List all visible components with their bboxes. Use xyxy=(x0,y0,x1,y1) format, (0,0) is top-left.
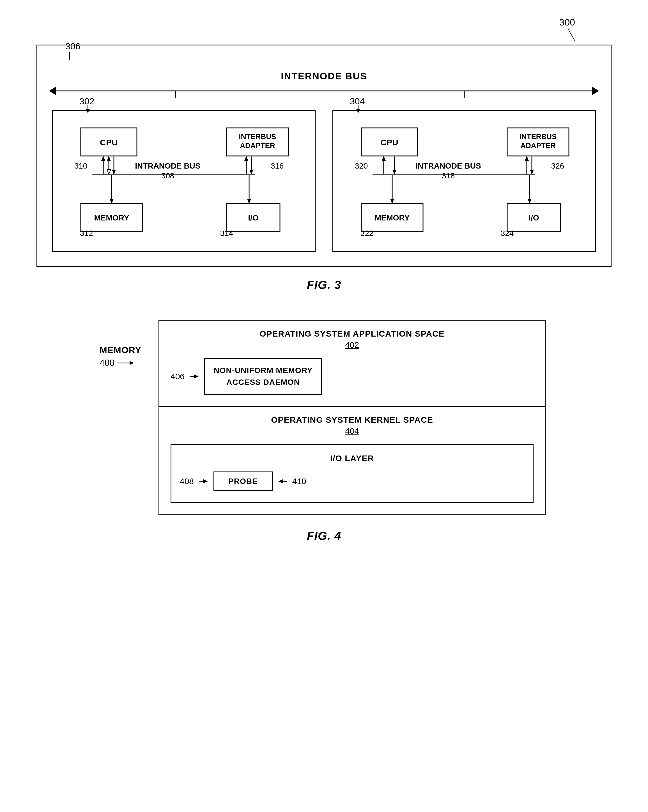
probe-ref-arrow xyxy=(278,477,287,485)
fig4-caption: FIG. 4 xyxy=(307,529,341,543)
svg-marker-72 xyxy=(194,374,199,379)
svg-text:MEMORY: MEMORY xyxy=(375,214,410,222)
svg-marker-1 xyxy=(49,87,56,95)
fig4-kernel-space: OPERATING SYSTEM KERNEL SPACE 404 I/O LA… xyxy=(159,407,545,514)
svg-text:324: 324 xyxy=(501,229,514,237)
fig3-section: 300 306 INTERNODE BUS xyxy=(23,17,625,292)
svg-text:320: 320 xyxy=(355,162,368,170)
fig4-io-layer-box: I/O LAYER 408 PROBE xyxy=(171,444,533,503)
fig3-figure-num: 300 xyxy=(559,17,575,42)
fig3-outer-box: 306 INTERNODE BUS xyxy=(37,44,611,267)
svg-marker-27 xyxy=(245,156,248,161)
probe-arrow xyxy=(199,477,208,485)
svg-marker-38 xyxy=(247,199,251,204)
svg-text:308: 308 xyxy=(161,171,174,180)
svg-marker-36 xyxy=(110,199,114,204)
fig4-top-title: OPERATING SYSTEM APPLICATION SPACE xyxy=(171,329,533,339)
svg-text:CPU: CPU xyxy=(100,138,118,147)
memory-arrow xyxy=(117,359,134,367)
svg-marker-76 xyxy=(278,479,283,483)
svg-marker-19 xyxy=(107,156,111,161)
fig4-memory-ref: 400 xyxy=(99,358,115,368)
svg-text:CPU: CPU xyxy=(381,138,398,147)
svg-marker-3 xyxy=(592,87,599,95)
svg-text:INTRANODE BUS: INTRANODE BUS xyxy=(135,162,200,170)
svg-text:I/O: I/O xyxy=(248,214,258,222)
svg-marker-52 xyxy=(393,170,396,174)
svg-text:INTERBUS: INTERBUS xyxy=(520,133,557,141)
fig4-outer-box: OPERATING SYSTEM APPLICATION SPACE 402 4… xyxy=(159,320,546,515)
fig4-bottom-title: OPERATING SYSTEM KERNEL SPACE xyxy=(171,415,533,425)
page-container: 300 306 INTERNODE BUS xyxy=(23,17,625,543)
fig4-daemon-box: NON-UNIFORM MEMORY ACCESS DAEMON xyxy=(204,358,322,395)
svg-marker-70 xyxy=(130,361,134,365)
svg-marker-74 xyxy=(203,479,208,483)
svg-text:INTRANODE BUS: INTRANODE BUS xyxy=(416,162,481,170)
svg-marker-55 xyxy=(525,156,529,161)
svg-text:314: 314 xyxy=(220,229,233,237)
svg-text:ADAPTER: ADAPTER xyxy=(520,141,556,150)
svg-marker-29 xyxy=(249,170,253,174)
svg-text:ADAPTER: ADAPTER xyxy=(240,141,275,150)
internode-bus-label: INTERNODE BUS xyxy=(49,71,599,82)
daemon-arrow xyxy=(190,372,199,381)
svg-text:I/O: I/O xyxy=(529,214,539,222)
fig4-probe-ref: 408 xyxy=(180,476,194,486)
svg-text:322: 322 xyxy=(361,229,374,237)
svg-marker-57 xyxy=(530,170,534,174)
node1-svg: CPU INTERBUS ADAPTER INTRANODE BUS 308 xyxy=(64,119,305,237)
internode-bus-arrow xyxy=(49,84,599,98)
svg-marker-64 xyxy=(390,199,394,204)
node2-box: CPU INTERBUS ADAPTER INTRANODE BUS 318 xyxy=(332,110,596,252)
svg-text:316: 316 xyxy=(271,162,284,170)
node1-box: CPU INTERBUS ADAPTER INTRANODE BUS 308 xyxy=(52,110,316,252)
svg-text:326: 326 xyxy=(551,162,564,170)
svg-marker-50 xyxy=(382,156,386,161)
node2-svg: CPU INTERBUS ADAPTER INTRANODE BUS 318 xyxy=(344,119,586,237)
fig4-daemon-ref: 406 xyxy=(171,372,185,381)
fig4-probe-num: 410 xyxy=(292,476,306,486)
svg-marker-23 xyxy=(101,156,105,161)
nodes-row: CPU INTERBUS ADAPTER INTRANODE BUS 308 xyxy=(49,110,599,252)
svg-text:312: 312 xyxy=(80,229,93,237)
fig3-caption: FIG. 3 xyxy=(307,278,341,292)
svg-text:318: 318 xyxy=(442,171,455,180)
fig4-daemon-line2: ACCESS DAEMON xyxy=(226,378,300,386)
fig4-app-space: OPERATING SYSTEM APPLICATION SPACE 402 4… xyxy=(159,321,545,407)
fig4-main: MEMORY 400 OPERATING SYSTEM APPLICATION … xyxy=(99,320,549,515)
svg-text:310: 310 xyxy=(74,162,87,170)
fig4-section: MEMORY 400 OPERATING SYSTEM APPLICATION … xyxy=(23,320,625,543)
fig4-daemon-line1: NON-UNIFORM MEMORY xyxy=(214,366,313,375)
svg-marker-20 xyxy=(107,169,111,174)
fig4-top-ref: 402 xyxy=(171,340,533,350)
svg-text:INTERBUS: INTERBUS xyxy=(239,133,276,141)
fig4-probe-box: PROBE xyxy=(214,472,273,491)
svg-marker-25 xyxy=(112,170,116,174)
svg-marker-66 xyxy=(528,199,532,204)
svg-text:MEMORY: MEMORY xyxy=(94,214,129,222)
fig4-probe-row: 408 PROBE 410 xyxy=(180,472,524,491)
fig4-memory-label: MEMORY xyxy=(99,345,141,356)
fig4-bottom-ref: 404 xyxy=(171,426,533,436)
fig4-io-layer-title: I/O LAYER xyxy=(180,453,524,463)
